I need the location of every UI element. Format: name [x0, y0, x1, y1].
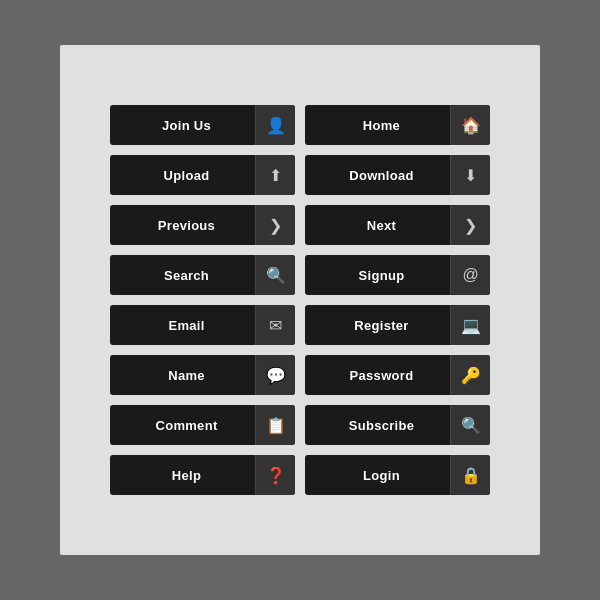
password-button[interactable]: Password🔑 [305, 355, 490, 395]
email-button[interactable]: Email✉ [110, 305, 295, 345]
login-label: Login [305, 468, 450, 483]
help-label: Help [110, 468, 255, 483]
join-us-icon: 👤 [255, 105, 295, 145]
name-label: Name [110, 368, 255, 383]
join-us-button[interactable]: Join Us👤 [110, 105, 295, 145]
next-button[interactable]: Next❯ [305, 205, 490, 245]
download-label: Download [305, 168, 450, 183]
button-grid: Join Us👤Home🏠Upload⬆Download⬇Previous❯Ne… [90, 85, 510, 515]
signup-button[interactable]: Signup@ [305, 255, 490, 295]
email-label: Email [110, 318, 255, 333]
signup-label: Signup [305, 268, 450, 283]
search-button[interactable]: Search🔍 [110, 255, 295, 295]
upload-button[interactable]: Upload⬆ [110, 155, 295, 195]
home-button[interactable]: Home🏠 [305, 105, 490, 145]
previous-icon: ❯ [255, 205, 295, 245]
subscribe-button[interactable]: Subscribe🔍 [305, 405, 490, 445]
home-icon: 🏠 [450, 105, 490, 145]
comment-icon: 📋 [255, 405, 295, 445]
search-icon: 🔍 [255, 255, 295, 295]
help-icon: ❓ [255, 455, 295, 495]
signup-icon: @ [450, 255, 490, 295]
login-button[interactable]: Login🔒 [305, 455, 490, 495]
subscribe-label: Subscribe [305, 418, 450, 433]
password-icon: 🔑 [450, 355, 490, 395]
register-button[interactable]: Register💻 [305, 305, 490, 345]
name-icon: 💬 [255, 355, 295, 395]
register-label: Register [305, 318, 450, 333]
previous-button[interactable]: Previous❯ [110, 205, 295, 245]
main-card: Join Us👤Home🏠Upload⬆Download⬇Previous❯Ne… [60, 45, 540, 555]
join-us-label: Join Us [110, 118, 255, 133]
name-button[interactable]: Name💬 [110, 355, 295, 395]
download-button[interactable]: Download⬇ [305, 155, 490, 195]
login-icon: 🔒 [450, 455, 490, 495]
home-label: Home [305, 118, 450, 133]
upload-label: Upload [110, 168, 255, 183]
register-icon: 💻 [450, 305, 490, 345]
subscribe-icon: 🔍 [450, 405, 490, 445]
next-icon: ❯ [450, 205, 490, 245]
search-label: Search [110, 268, 255, 283]
comment-button[interactable]: Comment📋 [110, 405, 295, 445]
previous-label: Previous [110, 218, 255, 233]
download-icon: ⬇ [450, 155, 490, 195]
comment-label: Comment [110, 418, 255, 433]
upload-icon: ⬆ [255, 155, 295, 195]
next-label: Next [305, 218, 450, 233]
password-label: Password [305, 368, 450, 383]
email-icon: ✉ [255, 305, 295, 345]
help-button[interactable]: Help❓ [110, 455, 295, 495]
